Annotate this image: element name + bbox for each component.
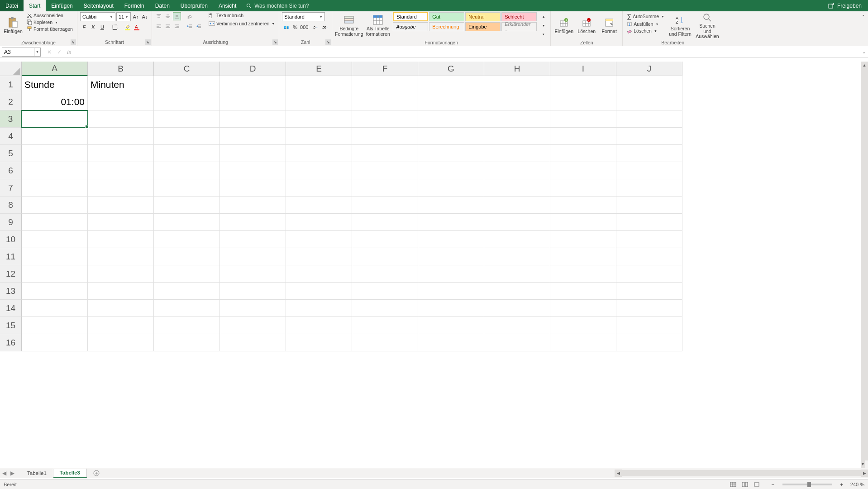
cell-I10[interactable] [550, 231, 616, 248]
row-header-11[interactable]: 11 [0, 248, 22, 265]
view-normal-button[interactable] [728, 480, 738, 489]
cell-E15[interactable] [286, 317, 352, 334]
cell-D12[interactable] [220, 265, 286, 283]
row-header-10[interactable]: 10 [0, 231, 22, 248]
cell-I13[interactable] [550, 283, 616, 300]
cell-G2[interactable] [418, 93, 484, 110]
cell-A9[interactable] [22, 214, 88, 231]
cut-button[interactable]: Ausschneiden [25, 12, 74, 19]
paste-button[interactable]: Einfügen [3, 12, 24, 39]
cell-H11[interactable] [484, 248, 550, 265]
enter-formula-button[interactable]: ✓ [55, 48, 63, 56]
cell-B3[interactable] [88, 110, 154, 128]
cell-C7[interactable] [154, 179, 220, 197]
align-left-button[interactable] [155, 22, 163, 30]
sheet-nav-next[interactable]: ▶ [8, 470, 16, 476]
row-header-13[interactable]: 13 [0, 283, 22, 300]
underline-button[interactable]: U [98, 23, 106, 31]
comma-button[interactable]: 000 [300, 23, 308, 31]
row-header-2[interactable]: 2 [0, 93, 22, 110]
cell-D5[interactable] [220, 145, 286, 162]
currency-button[interactable]: 💶 [282, 23, 290, 31]
cell-B10[interactable] [88, 231, 154, 248]
cell-D13[interactable] [220, 283, 286, 300]
cell-H1[interactable] [484, 76, 550, 93]
cell-C13[interactable] [154, 283, 220, 300]
tell-me-search[interactable]: Was möchten Sie tun? [246, 3, 309, 9]
hscroll-right[interactable]: ▶ [861, 470, 868, 477]
collapse-ribbon-button[interactable]: ˄ [859, 13, 868, 21]
cancel-formula-button[interactable]: ✕ [45, 48, 53, 56]
styles-more[interactable]: ▾ [539, 30, 548, 38]
cell-A4[interactable] [22, 128, 88, 145]
column-header-A[interactable]: A [22, 62, 88, 76]
cell-B4[interactable] [88, 128, 154, 145]
cell-J1[interactable] [616, 76, 682, 93]
styles-scroll-down[interactable]: ▼ [539, 21, 548, 29]
cell-B16[interactable] [88, 334, 154, 351]
cell-D15[interactable] [220, 317, 286, 334]
column-header-D[interactable]: D [220, 62, 286, 76]
cell-F5[interactable] [352, 145, 418, 162]
cell-C14[interactable] [154, 300, 220, 317]
clear-button[interactable]: Löschen▼ [625, 28, 666, 34]
number-launcher[interactable]: ⬊ [325, 39, 331, 45]
format-as-table-button[interactable]: Als Tabelle formatieren [365, 12, 391, 39]
cell-A1[interactable]: Stunde [22, 76, 88, 93]
cell-G1[interactable] [418, 76, 484, 93]
cell-A5[interactable] [22, 145, 88, 162]
cell-D3[interactable] [220, 110, 286, 128]
alignment-launcher[interactable]: ⬊ [272, 39, 278, 45]
cell-J9[interactable] [616, 214, 682, 231]
cell-D14[interactable] [220, 300, 286, 317]
row-header-16[interactable]: 16 [0, 334, 22, 351]
row-header-12[interactable]: 12 [0, 265, 22, 283]
cell-G7[interactable] [418, 179, 484, 197]
wrap-text-button[interactable]: abc Textumbruch [207, 12, 276, 19]
cell-H4[interactable] [484, 128, 550, 145]
select-all-corner[interactable] [0, 62, 22, 76]
cell-G16[interactable] [418, 334, 484, 351]
cell-C6[interactable] [154, 162, 220, 179]
tab-view[interactable]: Ansicht [213, 0, 242, 11]
cell-D1[interactable] [220, 76, 286, 93]
cell-G11[interactable] [418, 248, 484, 265]
cell-J14[interactable] [616, 300, 682, 317]
font-color-button[interactable]: A [133, 23, 141, 31]
zoom-thumb[interactable] [807, 482, 811, 487]
cell-C16[interactable] [154, 334, 220, 351]
cell-H3[interactable] [484, 110, 550, 128]
cell-F1[interactable] [352, 76, 418, 93]
column-header-G[interactable]: G [418, 62, 484, 76]
tab-review[interactable]: Überprüfen [175, 0, 213, 11]
cell-C2[interactable] [154, 93, 220, 110]
zoom-in-button[interactable]: + [838, 480, 846, 489]
cell-G9[interactable] [418, 214, 484, 231]
row-header-3[interactable]: 3 [0, 110, 22, 128]
style-bad[interactable]: Schlecht [501, 12, 537, 21]
cell-D10[interactable] [220, 231, 286, 248]
cell-B6[interactable] [88, 162, 154, 179]
cell-G3[interactable] [418, 110, 484, 128]
number-format-select[interactable]: Standard▼ [282, 12, 325, 21]
bold-button[interactable]: F [80, 23, 88, 31]
cell-J2[interactable] [616, 93, 682, 110]
tab-insert[interactable]: Einfügen [46, 0, 78, 11]
cell-J11[interactable] [616, 248, 682, 265]
cell-F16[interactable] [352, 334, 418, 351]
cell-E9[interactable] [286, 214, 352, 231]
cell-I5[interactable] [550, 145, 616, 162]
row-header-14[interactable]: 14 [0, 300, 22, 317]
align-right-button[interactable] [173, 22, 181, 30]
cell-I2[interactable] [550, 93, 616, 110]
zoom-out-button[interactable]: − [769, 480, 777, 489]
style-output[interactable]: Ausgabe [393, 22, 428, 31]
view-page-layout-button[interactable] [740, 480, 750, 489]
cell-I1[interactable] [550, 76, 616, 93]
cell-J16[interactable] [616, 334, 682, 351]
cell-E3[interactable] [286, 110, 352, 128]
cell-I4[interactable] [550, 128, 616, 145]
decrease-indent-button[interactable] [186, 22, 194, 30]
cell-I15[interactable] [550, 317, 616, 334]
cell-C9[interactable] [154, 214, 220, 231]
